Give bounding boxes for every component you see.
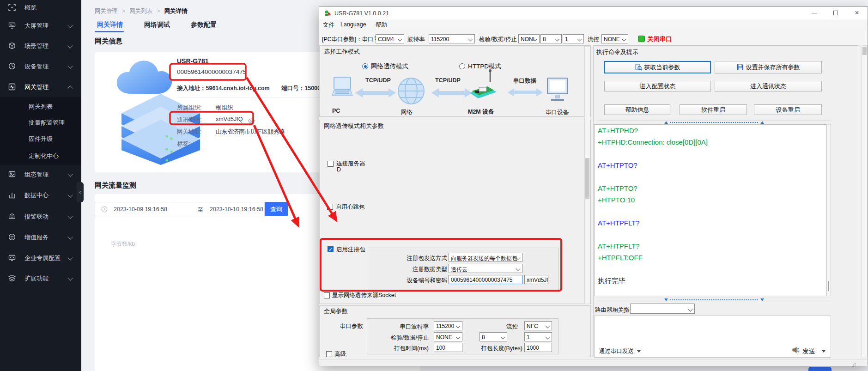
send-input-area[interactable]: 通过串口发送 发送 (594, 316, 831, 358)
scrollbar-thumb[interactable] (585, 158, 589, 199)
tab-label: 网关详情 (97, 21, 123, 28)
query-button[interactable]: 查询 (265, 202, 288, 216)
reg-mode-select[interactable]: 向服务器发送的每个数据包 (449, 253, 522, 262)
router-cmd-select[interactable] (630, 304, 695, 314)
heartbeat-checkbox[interactable] (327, 204, 333, 210)
sidebar-item-device[interactable]: 设备管理 (0, 57, 81, 75)
send-via-label[interactable]: 通过串口发送 (599, 347, 634, 355)
sidebar-subitem-custom-center[interactable]: 定制化中心 (29, 152, 79, 163)
sidebar-item-datacenter[interactable]: 数据中心 (0, 186, 81, 204)
software-restart-button[interactable]: 软件重启 (680, 104, 747, 115)
tab-param-config[interactable]: 参数配置 (191, 21, 217, 29)
left-panel-scrollbar[interactable] (584, 46, 590, 304)
sidebar-item-bigscreen[interactable]: 大屏管理 (0, 16, 81, 35)
flow-select[interactable]: NONE (601, 34, 628, 43)
radio-httpd-mode[interactable] (459, 63, 465, 69)
radio-transparent-mode[interactable] (362, 63, 368, 69)
send-button[interactable]: 发送 (802, 347, 815, 356)
register-checkbox[interactable]: ✓ (328, 246, 334, 252)
reg-type-select[interactable]: 透传云 (449, 264, 522, 273)
log-scrollbar[interactable] (826, 124, 831, 296)
port-label: 端口号： (281, 85, 304, 91)
serial-device-label: 串口设备 (546, 109, 569, 116)
date-range-input[interactable]: 2023-10-09 19:16:58 至 2023-10-10 19:16:5… (95, 202, 265, 216)
pack-len-value: 1000 (527, 345, 539, 351)
heartbeat-label[interactable]: 启用心跳包 (336, 203, 365, 211)
minimize-button[interactable] (805, 7, 824, 19)
baud-select[interactable]: 115200 (429, 34, 475, 43)
date-from[interactable]: 2023-10-09 19:16:58 (114, 206, 167, 213)
sidebar-item-enterprise[interactable]: 企业专属配置 (0, 249, 81, 267)
log-scrollbar-thumb[interactable] (828, 281, 829, 291)
save-params-button[interactable]: 设置并保存所有参数 (715, 61, 822, 73)
breadcrumb-item[interactable]: 网关列表 (129, 8, 152, 14)
pack-time-input[interactable]: 100 (434, 343, 462, 352)
advanced-label[interactable]: 高级 (334, 350, 346, 358)
log-splitter-bottom[interactable] (596, 298, 831, 302)
maximize-button[interactable] (826, 7, 845, 19)
databits-value: 8 (543, 36, 546, 43)
device-pwd-input[interactable]: xmVd5JfQ (524, 275, 548, 284)
date-separator: 至 (198, 206, 204, 214)
databits-select[interactable]: 8 (540, 34, 562, 43)
eye-icon[interactable] (248, 117, 255, 125)
help-info-button[interactable]: 帮助信息 (604, 104, 670, 115)
help-info-label: 帮助信息 (625, 106, 649, 113)
scrollbar-thumb[interactable] (862, 47, 867, 55)
date-to[interactable]: 2023-10-10 19:16:58 (210, 206, 263, 213)
advanced-checkbox[interactable] (326, 351, 332, 357)
show-socket-label[interactable]: 显示网络透传来源Socket (332, 292, 396, 299)
sidebar-item-extension[interactable]: 扩展功能 (0, 269, 81, 287)
get-params-button[interactable]: 获取当前参数 (604, 61, 711, 73)
sidebar-item-scada[interactable]: 组态管理 (0, 165, 81, 183)
net-params-title: 网络透传模式相关参数 (324, 122, 384, 130)
device-restart-button[interactable]: 设备重启 (754, 104, 822, 115)
right-panel-scrollbar[interactable] (862, 45, 868, 357)
baud-value: 115200 (431, 36, 449, 43)
breadcrumb-item[interactable]: 网关管理 (95, 8, 118, 14)
parity-select[interactable]: NONI (518, 34, 540, 43)
menu-language[interactable]: Language (340, 21, 366, 28)
device-id-input[interactable]: 00059614000000037475 (449, 275, 522, 284)
sidebar-item-alarm[interactable]: 报警联动 (0, 207, 81, 225)
splitter-dots (670, 122, 758, 123)
connect-server-checkbox[interactable] (328, 161, 334, 167)
g-parity-select[interactable]: NONE (434, 332, 462, 341)
g-baud-select[interactable]: 115200 (434, 321, 462, 330)
sidebar-item-overview[interactable]: 概览 (0, 0, 81, 17)
parity-label: 检验/数据/停止 (479, 36, 517, 43)
enter-comm-button[interactable]: 进入通讯状态 (715, 81, 822, 91)
sidebar-collapse-handle[interactable]: ‹ (77, 182, 84, 202)
sidebar-subitem-batch-config[interactable]: 批量配置管理 (29, 119, 79, 130)
tab-network-debug[interactable]: 网络调试 (144, 21, 170, 29)
sidebar-item-vas[interactable]: 增值服务 (0, 228, 81, 246)
stopbits-select[interactable]: 1 (563, 34, 584, 43)
sidebar-subitem-firmware[interactable]: 固件升级 (29, 135, 79, 146)
g-databits-select[interactable]: 8 (480, 332, 507, 341)
register-label[interactable]: 启用注册包 (336, 246, 365, 254)
sidebar-item-scene[interactable]: 场景管理 (0, 36, 81, 55)
close-port-button[interactable]: 关闭串口 (647, 35, 672, 43)
enter-config-button[interactable]: 进入配置状态 (604, 81, 711, 91)
serial-device-monitor-icon (546, 77, 569, 106)
com-port-select[interactable]: COM4 (376, 34, 404, 43)
sidebar-item-gateway[interactable]: 网关管理 (0, 78, 81, 96)
access-label: 接入地址： (177, 85, 206, 91)
gateway-info-title: 网关信息 (95, 37, 122, 46)
show-socket-checkbox[interactable] (324, 292, 330, 298)
screen: 概览 大屏管理 场景管理 设备管理 网关管理 网关列表 批量配置管理 固件升级 … (0, 0, 868, 371)
pack-len-input[interactable]: 1000 (524, 343, 552, 352)
g-flow-select[interactable]: NFC (524, 321, 552, 330)
collapse-glyph: ‹ (79, 189, 81, 195)
close-button[interactable]: × (848, 7, 866, 19)
window-titlebar[interactable]: USR-G781 V1.0.0.21 × (319, 7, 868, 19)
tab-gateway-detail[interactable]: 网关详情 (97, 21, 123, 29)
resize-grip-icon[interactable] (851, 361, 856, 369)
at-command-log[interactable]: AT+HTPHD? +HTPHD:Connection: close[0D][0… (594, 124, 826, 296)
log-line: +HTPFLT:OFF (598, 254, 643, 262)
serial-toolbar: [PC串口参数]：串口号 COM4 波特率 115200 检验/数据/停止 NO… (319, 28, 868, 45)
tab-label: 网络调试 (144, 21, 170, 28)
sidebar-subitem-gateway-list[interactable]: 网关列表 (29, 103, 79, 114)
radio-transparent-label[interactable]: 网络透传模式 (371, 62, 408, 71)
g-stopbits-select[interactable]: 1 (524, 332, 552, 341)
